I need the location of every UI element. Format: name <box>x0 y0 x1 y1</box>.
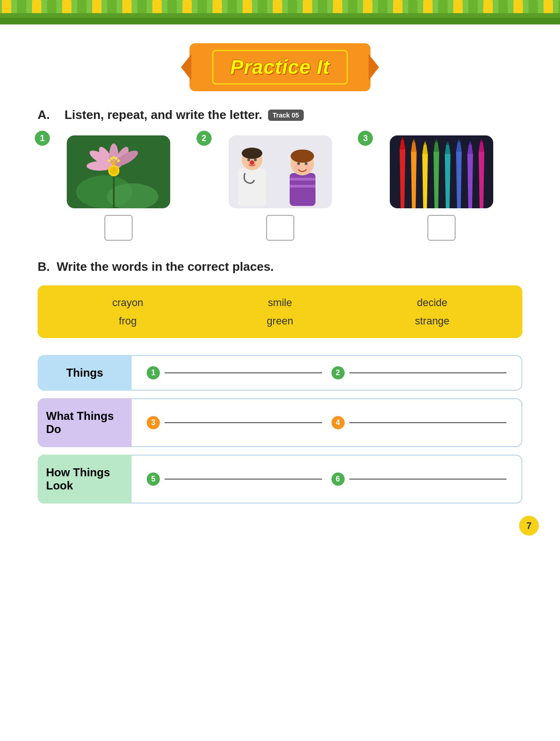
category-label-things: Things <box>38 355 132 391</box>
image-number-1: 1 <box>35 131 50 146</box>
svg-marker-57 <box>434 152 439 208</box>
practice-banner: Practice It <box>38 43 522 91</box>
section-a: A. Listen, repeat, and write the letter.… <box>38 108 522 241</box>
svg-rect-7 <box>0 0 560 24</box>
svg-point-20 <box>110 167 118 174</box>
top-border <box>0 0 560 24</box>
word-frog: frog <box>56 313 199 329</box>
svg-rect-40 <box>290 185 315 188</box>
answer-num-3: 3 <box>147 416 160 429</box>
main-content: Practice It A. Listen, repeat, and write… <box>0 24 560 549</box>
answer-line-5 <box>165 479 322 480</box>
image-item-1: 1 <box>38 135 199 241</box>
svg-point-28 <box>115 157 118 160</box>
svg-rect-39 <box>290 178 315 181</box>
svg-marker-60 <box>445 154 450 208</box>
track-badge: Track 05 <box>268 110 304 121</box>
answer-line-1 <box>165 372 322 373</box>
word-decide: decide <box>361 295 504 310</box>
answer-line-2 <box>349 372 507 373</box>
category-label-how: How Things Look <box>38 455 132 504</box>
word-crayon: crayon <box>56 295 199 310</box>
answer-box-3[interactable] <box>427 215 456 241</box>
answer-num-5: 5 <box>147 473 160 486</box>
word-strange: strange <box>361 313 504 329</box>
image-item-3: 3 <box>361 135 522 241</box>
flower-image <box>67 135 170 208</box>
answer-num-6: 6 <box>331 473 345 486</box>
images-row: 1 <box>38 135 522 241</box>
practice-title: Practice It <box>230 56 330 78</box>
svg-marker-51 <box>411 152 417 208</box>
answer-line-6 <box>349 479 507 480</box>
answer-group-4: 4 <box>331 416 507 429</box>
svg-point-42 <box>291 150 314 163</box>
answer-group-6: 6 <box>331 473 507 486</box>
section-b-label: B. <box>38 260 50 274</box>
category-row-things: Things 1 2 <box>38 355 522 391</box>
image-number-2: 2 <box>197 131 212 146</box>
doctor-image <box>229 135 332 208</box>
svg-point-44 <box>305 162 308 165</box>
answer-box-2[interactable] <box>266 215 294 241</box>
category-answers-how: 5 6 <box>132 455 522 504</box>
category-row-how: How Things Look 5 6 <box>38 455 522 504</box>
svg-point-36 <box>254 158 257 161</box>
answer-group-2: 2 <box>331 366 507 379</box>
category-answers-what: 3 4 <box>132 398 522 447</box>
svg-point-46 <box>305 165 311 170</box>
category-label-what: What Things Do <box>38 398 132 447</box>
svg-rect-32 <box>238 168 266 206</box>
svg-marker-69 <box>479 152 484 208</box>
crayons-image <box>390 135 493 208</box>
word-smile: smile <box>209 295 352 310</box>
answer-num-2: 2 <box>331 366 345 379</box>
image-number-3: 3 <box>358 131 373 146</box>
answer-group-3: 3 <box>147 416 322 429</box>
svg-point-34 <box>242 148 262 159</box>
section-a-instruction: Listen, repeat, and write the letter. <box>64 108 262 122</box>
answer-line-3 <box>165 422 322 423</box>
practice-ribbon: Practice It <box>189 43 371 91</box>
word-green: green <box>209 313 352 329</box>
svg-point-29 <box>117 159 120 162</box>
answer-num-1: 1 <box>147 366 160 379</box>
svg-point-30 <box>108 159 110 162</box>
section-a-label: A. <box>38 108 50 122</box>
svg-point-37 <box>250 160 254 165</box>
section-b-title: B. Write the words in the correct places… <box>38 260 522 274</box>
practice-ribbon-inner: Practice It <box>212 50 348 85</box>
image-item-2: 2 <box>199 135 361 241</box>
answer-line-4 <box>349 422 507 423</box>
word-bank: crayon smile decide frog green strange <box>38 285 522 338</box>
svg-marker-63 <box>456 152 462 208</box>
border-svg <box>0 0 560 24</box>
svg-point-45 <box>294 165 300 170</box>
answer-num-4: 4 <box>331 416 345 429</box>
answer-group-1: 1 <box>147 366 322 379</box>
svg-marker-66 <box>467 154 473 208</box>
svg-marker-54 <box>422 154 428 208</box>
svg-point-43 <box>297 162 300 165</box>
section-b: B. Write the words in the correct places… <box>38 260 522 504</box>
answer-box-1[interactable] <box>104 215 133 241</box>
section-a-title: A. Listen, repeat, and write the letter.… <box>38 108 522 122</box>
category-row-what: What Things Do 3 4 <box>38 398 522 447</box>
svg-point-35 <box>247 158 250 161</box>
svg-marker-48 <box>400 150 405 208</box>
page-number: 7 <box>519 516 539 536</box>
section-b-instruction: Write the words in the correct places. <box>56 260 274 274</box>
svg-rect-47 <box>390 135 493 208</box>
category-answers-things: 1 2 <box>132 355 522 391</box>
answer-group-5: 5 <box>147 473 322 486</box>
